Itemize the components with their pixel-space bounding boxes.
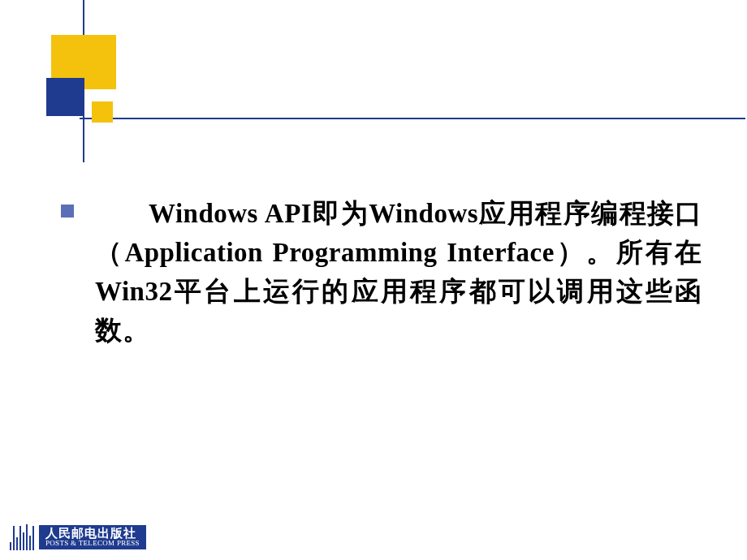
- publisher-label: 人民邮电出版社 POSTS & TELECOM PRESS: [39, 525, 146, 549]
- decorative-shapes: [0, 0, 203, 162]
- content-area: Windows API即为Windows应用程序编程接口（Application…: [61, 195, 702, 350]
- footer: 人民邮电出版社 POSTS & TELECOM PRESS: [10, 524, 146, 550]
- publisher-logo-icon: [10, 524, 34, 550]
- slide: Windows API即为Windows应用程序编程接口（Application…: [0, 0, 747, 560]
- square-blue: [46, 78, 84, 116]
- publisher-name-en: POSTS & TELECOM PRESS: [45, 540, 140, 548]
- bullet-square-icon: [61, 205, 74, 218]
- publisher-name-cn: 人民邮电出版社: [45, 527, 140, 541]
- body-paragraph: Windows API即为Windows应用程序编程接口（Application…: [95, 195, 702, 350]
- bullet-item: Windows API即为Windows应用程序编程接口（Application…: [61, 195, 702, 350]
- body-text: Windows API即为Windows应用程序编程接口（Application…: [95, 199, 702, 345]
- square-yellow-small: [92, 101, 113, 123]
- horizontal-divider: [80, 118, 745, 119]
